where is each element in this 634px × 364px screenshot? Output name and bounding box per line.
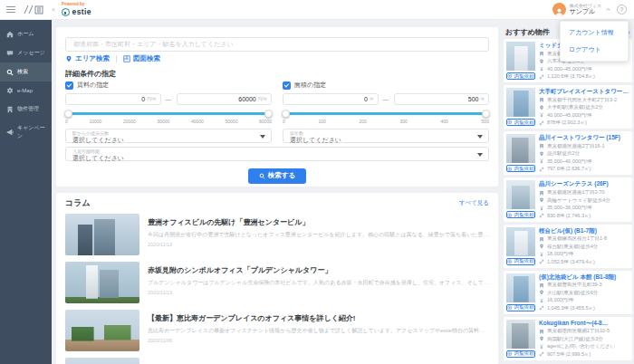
property-name-link[interactable]: 桜台ビル(仮) (B1-7階) [539,227,629,235]
property-thumbnail[interactable] [506,227,535,256]
sidebar-item-home[interactable]: ホーム [0,24,52,43]
column-see-all-link[interactable]: すべて見る [459,199,489,207]
viewing-request-button[interactable]: 内覧依頼 [506,304,535,311]
property-address-text: 東京都千代田区大手町2丁目3-2 [547,97,617,103]
area-slider-ticks: 0100200300400500 [283,119,489,124]
property-station: 品川駅徒歩2分 [539,150,629,157]
property-name-link[interactable]: 品川シーズンテラス (26F) [539,180,629,187]
select-move-in-timing[interactable]: 入居可能時期 選択してください [65,147,489,161]
rent-slider-handle-max[interactable] [264,110,273,118]
property-card: 内覧依頼 品川イーストワンタワー (15F) 東京都港区港南2丁目16-1 品川… [504,131,632,175]
area-checkbox[interactable] [283,81,291,90]
property-name-link[interactable]: (仮)北池袋ビル 本館 (B1-8階) [539,273,629,281]
property-thumbnail[interactable] [506,180,535,209]
select-walk-minutes[interactable]: 駅からの徒歩分数 選択してください [65,129,272,143]
property-price-text: 40,000~45,000円/坪 [547,66,591,72]
property-size: 878坪 (2,902.3㎡) [539,120,629,126]
tab-floorplan-search[interactable]: 図面検索 [123,54,160,63]
property-station-text: 両国駅(大江戸線)徒歩3分 [547,336,603,342]
sidebar-item-search[interactable]: 検索 [0,62,52,81]
brand-name: estie [72,8,91,16]
select-building-age[interactable]: 築年数 選択してください [283,129,489,143]
article-row-partial[interactable] [65,358,489,364]
viewing-request-button[interactable]: 内覧依頼 [506,119,535,126]
property-thumbnail[interactable] [506,273,535,302]
sidebar-item-emap[interactable]: e-Map [0,81,52,100]
select-building-age-value: 選択してください [290,137,482,144]
property-thumbnail[interactable] [506,88,535,117]
article-title: 豊洲オフィスビルの先駆け「豊洲センタービル」 [148,217,489,227]
property-station-text: 大手町駅(東京都)徒歩2分 [547,104,603,110]
pin-sm-icon [539,59,544,64]
viewing-request-button[interactable]: 内覧依頼 [506,258,535,265]
help-icon[interactable]: ? [617,5,627,14]
search-button[interactable]: 検索する [248,168,306,184]
building-sm-icon [539,143,544,148]
article-title: 赤坂見附のシンボルオフィス「プルデンシャルタワー」 [148,265,489,275]
area-min-input[interactable]: 0 坪 [283,93,379,105]
property-thumbnail[interactable] [506,42,535,71]
property-address: 東京都千代田区大手町2丁目3-2 [539,97,629,103]
pin-sm-icon [539,151,544,157]
yen-icon [539,158,544,164]
header-left: × Powered by estie [6,3,91,16]
property-station: 桜台駅(東京都)徒歩4分 [539,244,629,250]
viewing-request-button[interactable]: 内覧依頼 [506,165,535,172]
article-thumbnail [65,310,139,351]
article-row[interactable]: 【最新】恵比寿ガーデンプレイスのオフィス事情を詳しく紹介! 恵比寿ガーデンプレイ… [65,310,489,351]
logout-menu-item[interactable]: ログアウト [569,45,620,54]
property-size-text: 907.5坪 (2,999.5㎡) [547,351,591,358]
select-move-in-timing-value: 選択してください [72,155,482,162]
rent-min-value: 0 [141,96,145,102]
rent-max-input[interactable]: 60000 円/坪 [177,93,273,105]
viewing-request-button[interactable]: 内覧依頼 [506,211,535,218]
property-name-link[interactable]: Kokugikan Front〜(4-8… [539,320,629,327]
rent-slider-handle-min[interactable] [64,110,72,118]
slider-tick-label: 30000 [157,119,169,124]
article-date: 2020/11/06 [148,338,489,343]
article-row[interactable]: 豊洲オフィスビルの先駆け「豊洲センタービル」 今回は再開発が進行中の豊洲で先駆け… [65,214,489,255]
property-name-link[interactable]: 大手町プレイスイーストタワー (5F) [539,88,629,95]
rent-checkbox[interactable] [65,81,73,90]
estie-logo: Powered by estie [62,3,91,16]
estie-mark-icon [62,8,70,16]
viewing-request-button[interactable]: 内覧依頼 [506,350,535,358]
rent-min-input[interactable]: 0 円/坪 [65,93,161,105]
plus-circle-icon [507,167,513,172]
user-menu[interactable]: 株式会社ヴィス サンプル [552,3,611,16]
sidebar-item-label: メッセージ [17,49,45,57]
tab-area-search[interactable]: エリア検索 [65,54,110,63]
building-sm-icon [539,283,544,288]
search-icon [6,69,14,76]
property-name-link[interactable]: 品川イーストワンタワー (15F) [539,134,629,141]
search-button-label: 検索する [268,171,295,180]
account-dropdown: アカウント情報 ログアウト [560,21,629,62]
area-max-value: 500 [468,96,479,102]
property-thumbnail[interactable] [506,134,535,163]
viewing-request-button[interactable]: 内覧依頼 [506,72,535,80]
menu-icon[interactable] [6,6,15,14]
property-price-text: 18,000円/坪 [547,251,573,257]
pin-sm-icon [539,244,544,249]
article-row[interactable]: 赤坂見附のシンボルオフィス「プルデンシャルタワー」 プルデンシャルタワーはプルデ… [65,262,489,303]
viewing-request-label: 内覧依頼 [514,258,534,264]
article-thumbnail [65,262,139,303]
sidebar-item-campaign[interactable]: キャンペーン [0,119,52,146]
article-description: プルデンシャルタワーはプルデンシャル生命保険の本社ビルです。人気のある赤坂・永田… [148,279,489,287]
property-address-text: 東京都練馬区桜台1丁目1-8 [547,235,607,242]
caret-down-icon [477,153,483,157]
property-thumbnail[interactable] [506,320,535,349]
area-max-input[interactable]: 500 坪 [394,93,490,105]
sidebar-item-property-management[interactable]: 物件管理 [0,100,52,119]
keyword-search-input[interactable] [65,37,489,52]
building-sm-icon [539,236,544,242]
area-slider [283,110,489,118]
property-card: 内覧依頼 桜台ビル(仮) (B1-7階) 東京都練馬区桜台1丁目1-8 桜台駅(… [504,225,632,268]
sidebar-item-message[interactable]: メッセージ [0,43,52,62]
area-checkbox-label: 面積の指定 [294,81,326,90]
area-slider-handle-max[interactable] [482,110,490,118]
megaphone-icon [6,129,14,136]
pin-sm-icon [539,105,544,110]
area-slider-handle-min[interactable] [282,110,290,118]
account-info-menu-item[interactable]: アカウント情報 [569,28,620,37]
